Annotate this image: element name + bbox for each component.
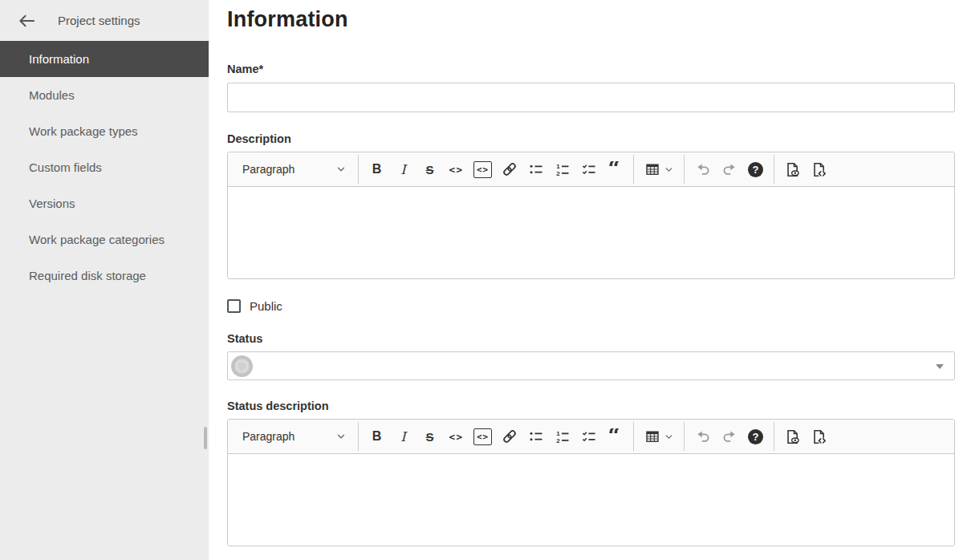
paragraph-style-label: Paragraph <box>242 163 295 176</box>
link-icon <box>502 161 518 177</box>
toolbar-separator <box>684 422 685 451</box>
toolbar-separator <box>358 155 359 184</box>
markdown-source-button[interactable] <box>807 423 831 450</box>
undo-icon <box>695 428 711 444</box>
status-description-label: Status description <box>227 400 955 412</box>
sidebar-item-work-package-categories[interactable]: Work package categories <box>0 221 209 258</box>
svg-text:“: “ <box>607 161 620 177</box>
block-quote-icon: “ <box>607 161 624 177</box>
table-icon <box>644 161 660 177</box>
paragraph-style-dropdown[interactable]: Paragraph <box>233 423 353 450</box>
inline-code-icon: <> <box>449 164 463 176</box>
bulleted-list-button[interactable] <box>523 156 548 183</box>
toolbar-separator <box>633 422 634 451</box>
public-label: Public <box>250 299 282 313</box>
sidebar-scrollbar-thumb[interactable] <box>204 427 207 449</box>
markdown-source-icon <box>811 161 827 178</box>
preview-button[interactable] <box>780 156 805 183</box>
main-content: Information Name* Description Paragraph … <box>209 0 963 560</box>
toolbar-separator <box>684 155 685 184</box>
name-label: Name* <box>227 63 955 75</box>
markdown-source-icon <box>811 428 827 445</box>
markdown-source-button[interactable] <box>807 156 831 183</box>
sidebar-item-required-disk-storage[interactable]: Required disk storage <box>0 258 209 294</box>
inline-code-button[interactable]: <> <box>444 423 469 450</box>
page-title: Information <box>227 7 955 32</box>
strikethrough-icon: S <box>425 430 433 444</box>
redo-icon <box>721 428 737 444</box>
strikethrough-button[interactable]: S <box>417 156 442 183</box>
link-button[interactable] <box>497 423 522 450</box>
svg-text:1: 1 <box>556 430 560 437</box>
description-editor-content[interactable] <box>228 187 954 278</box>
strikethrough-button[interactable]: S <box>417 423 442 450</box>
block-quote-icon: “ <box>607 428 624 444</box>
status-description-editor: Paragraph B I S <> <> 12 “ <box>227 419 955 546</box>
public-field: Public <box>227 299 955 313</box>
svg-text:2: 2 <box>556 170 560 177</box>
numbered-list-button[interactable]: 12 <box>550 423 575 450</box>
italic-icon: I <box>400 429 405 444</box>
numbered-list-button[interactable]: 12 <box>550 156 575 183</box>
inline-code-icon: <> <box>449 431 463 443</box>
sidebar-item-work-package-types[interactable]: Work package types <box>0 113 209 149</box>
preview-icon <box>784 428 801 445</box>
undo-button[interactable] <box>690 423 715 450</box>
block-quote-button[interactable]: “ <box>603 156 628 183</box>
italic-icon: I <box>400 162 405 177</box>
arrow-left-icon <box>18 13 36 29</box>
link-button[interactable] <box>497 156 522 183</box>
toolbar-separator <box>358 422 359 451</box>
bold-icon: B <box>372 162 382 177</box>
code-block-icon: <> <box>473 161 492 178</box>
status-label: Status <box>227 332 955 345</box>
preview-button[interactable] <box>780 423 805 450</box>
description-editor: Paragraph B I S <> <> 12 “ <box>227 152 955 279</box>
inline-code-button[interactable]: <> <box>444 156 469 183</box>
redo-button[interactable] <box>717 156 742 183</box>
help-icon: ? <box>748 429 763 444</box>
chevron-down-icon <box>335 164 347 175</box>
status-select[interactable] <box>227 351 955 380</box>
name-input[interactable] <box>227 83 955 112</box>
project-settings-page: Project settings Information Modules Wor… <box>0 0 963 560</box>
block-quote-button[interactable]: “ <box>603 423 628 450</box>
help-icon: ? <box>748 162 763 177</box>
insert-table-dropdown[interactable] <box>640 423 678 450</box>
editor-toolbar: Paragraph B I S <> <> 12 “ <box>228 420 954 454</box>
help-button[interactable]: ? <box>743 423 768 450</box>
bulleted-list-button[interactable] <box>523 423 548 450</box>
sidebar-item-modules[interactable]: Modules <box>0 77 209 113</box>
todo-list-button[interactable] <box>576 423 601 450</box>
toolbar-separator <box>774 155 774 184</box>
sidebar-item-versions[interactable]: Versions <box>0 185 209 221</box>
sidebar-nav: Information Modules Work package types C… <box>0 41 209 294</box>
status-description-editor-content[interactable] <box>228 454 954 546</box>
todo-list-icon <box>581 428 597 444</box>
paragraph-style-dropdown[interactable]: Paragraph <box>233 156 353 183</box>
toolbar-separator <box>633 155 634 184</box>
link-icon <box>502 428 518 444</box>
svg-text:1: 1 <box>556 163 560 170</box>
sidebar-item-information[interactable]: Information <box>0 41 209 77</box>
sidebar-item-custom-fields[interactable]: Custom fields <box>0 149 209 185</box>
preview-icon <box>784 161 801 178</box>
bold-button[interactable]: B <box>364 423 389 450</box>
code-block-button[interactable]: <> <box>470 156 495 183</box>
status-bubble-icon <box>231 355 253 377</box>
redo-button[interactable] <box>717 423 742 450</box>
code-block-button[interactable]: <> <box>470 423 495 450</box>
insert-table-dropdown[interactable] <box>640 156 678 183</box>
undo-button[interactable] <box>690 156 715 183</box>
description-label: Description <box>227 132 955 145</box>
table-icon <box>644 428 660 444</box>
italic-button[interactable]: I <box>391 156 416 183</box>
bold-button[interactable]: B <box>364 156 389 183</box>
back-button[interactable] <box>18 13 36 29</box>
public-checkbox[interactable] <box>227 299 241 313</box>
italic-button[interactable]: I <box>391 423 416 450</box>
todo-list-button[interactable] <box>576 156 601 183</box>
help-button[interactable]: ? <box>743 156 768 183</box>
svg-text:2: 2 <box>556 437 560 444</box>
toolbar-separator <box>774 422 774 451</box>
